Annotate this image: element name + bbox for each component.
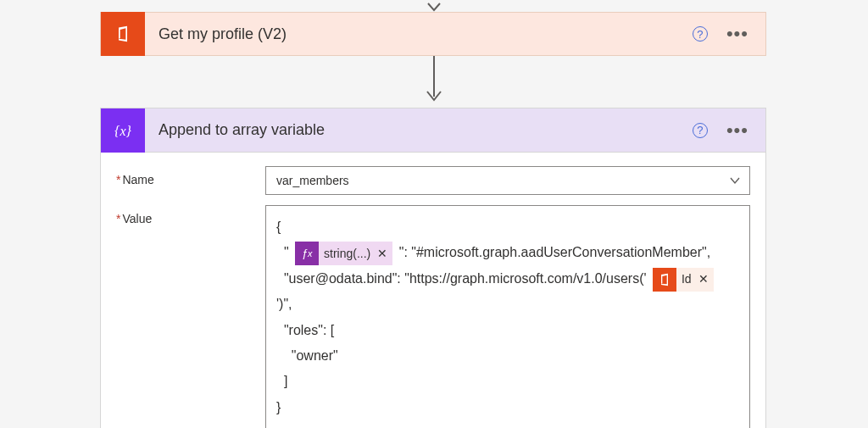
help-icon[interactable]: ? xyxy=(693,123,708,138)
code-line: ] xyxy=(276,369,739,394)
action-title: Append to array variable xyxy=(145,121,693,139)
action-card-get-my-profile[interactable]: Get my profile (V2) ? ••• xyxy=(100,12,766,56)
code-line: { xyxy=(276,214,739,240)
field-row-value: *Value { " ƒx string(...) ✕ ": "#micro xyxy=(116,205,750,428)
code-line: "roles": [ xyxy=(276,318,739,343)
dynamic-content-token-id[interactable]: Id ✕ xyxy=(653,268,714,292)
expression-token[interactable]: ƒx string(...) ✕ xyxy=(295,242,392,265)
field-label-value: *Value xyxy=(116,205,265,225)
field-label-name: *Name xyxy=(116,166,265,186)
code-line: } xyxy=(276,395,739,420)
office365-icon xyxy=(653,268,676,292)
action-title: Get my profile (V2) xyxy=(145,25,693,43)
code-line: " ƒx string(...) ✕ ": "#microsoft.graph.… xyxy=(276,240,739,265)
variable-icon: {x} xyxy=(101,108,145,153)
code-line: ')", xyxy=(276,292,739,317)
code-line: "owner" xyxy=(276,343,739,369)
action-card-append-to-array: {x} Append to array variable ? ••• *Name… xyxy=(100,108,766,428)
code-line: "user@odata.bind": "https://graph.micros… xyxy=(276,266,739,292)
connector-arrow xyxy=(424,56,444,107)
fx-icon: ƒx xyxy=(295,242,319,265)
field-row-name: *Name var_members xyxy=(116,166,750,195)
help-icon[interactable]: ? xyxy=(693,26,708,42)
more-menu-button[interactable]: ••• xyxy=(726,126,748,135)
action-header[interactable]: {x} Append to array variable ? ••• xyxy=(101,108,765,153)
name-dropdown-value: var_members xyxy=(276,174,349,187)
name-dropdown[interactable]: var_members xyxy=(265,166,750,195)
office365-icon xyxy=(101,12,145,56)
value-textarea[interactable]: { " ƒx string(...) ✕ ": "#microsoft.grap… xyxy=(265,205,750,428)
svg-text:{x}: {x} xyxy=(114,124,132,138)
more-menu-button[interactable]: ••• xyxy=(726,30,748,38)
chevron-down-icon xyxy=(729,175,741,186)
remove-token-icon[interactable]: ✕ xyxy=(698,268,709,291)
remove-token-icon[interactable]: ✕ xyxy=(377,242,387,265)
